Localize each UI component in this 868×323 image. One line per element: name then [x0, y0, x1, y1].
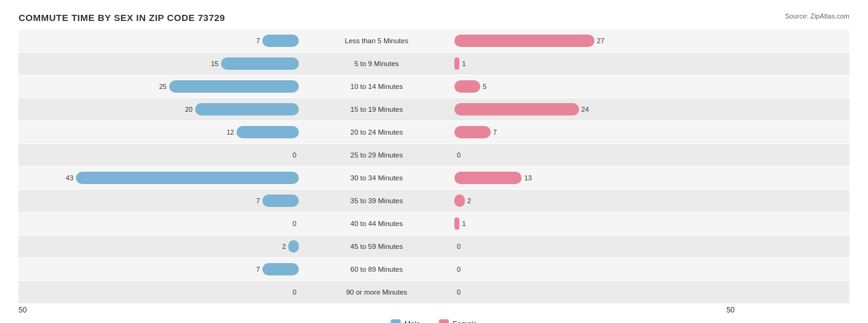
chart-row: 040 to 44 Minutes1 [19, 212, 849, 235]
left-bar-area: 2 [19, 240, 303, 253]
left-bar-area: 43 [19, 172, 303, 184]
right-bar-area: 13 [451, 172, 735, 184]
row-label: 90 or more Minutes [303, 288, 451, 296]
female-value: 0 [457, 288, 470, 296]
axis-right: 50 [451, 306, 735, 314]
male-bar [262, 35, 299, 47]
right-bar-area: 0 [451, 149, 735, 161]
female-value: 2 [467, 197, 481, 204]
female-bar [454, 57, 459, 70]
axis-left-value: 50 [19, 306, 27, 314]
chart-row: 735 to 39 Minutes2 [19, 190, 849, 212]
female-value: 13 [524, 174, 538, 182]
legend-female-label: Female [453, 320, 477, 323]
chart-row: 245 to 59 Minutes0 [19, 235, 849, 258]
male-bar [288, 240, 299, 253]
row-label: 5 to 9 Minutes [303, 60, 451, 67]
chart-row: 760 to 89 Minutes0 [19, 258, 849, 280]
chart-row: 025 to 29 Minutes0 [19, 144, 849, 166]
left-bar-area: 15 [19, 57, 303, 70]
female-value: 0 [457, 266, 470, 273]
male-bar [236, 126, 299, 138]
female-bar [454, 126, 491, 138]
axis-row: 50 50 [19, 306, 849, 314]
female-value: 1 [462, 220, 475, 227]
row-label: 30 to 34 Minutes [303, 174, 451, 182]
left-bar-area: 7 [19, 195, 303, 207]
legend-female: Female [439, 319, 477, 323]
chart-row: 090 or more Minutes0 [19, 281, 849, 303]
female-value: 24 [582, 106, 595, 113]
right-bar-area: 24 [451, 103, 735, 115]
male-bar [76, 172, 299, 184]
left-bar-area: 7 [19, 35, 303, 47]
right-bar-area: 0 [451, 286, 735, 298]
row-label: 20 to 24 Minutes [303, 128, 451, 136]
chart-row: 2510 to 14 Minutes5 [19, 75, 849, 98]
axis-right-value: 50 [727, 306, 735, 314]
chart-row: 155 to 9 Minutes1 [19, 52, 849, 75]
female-value: 0 [457, 151, 470, 159]
left-bar-area: 0 [19, 217, 303, 230]
axis-left: 50 [19, 306, 303, 314]
chart-container: 7Less than 5 Minutes27155 to 9 Minutes12… [19, 30, 849, 303]
left-bar-area: 25 [19, 80, 303, 93]
female-bar [454, 35, 595, 47]
source-label: Source: ZipAtlas.com [785, 12, 849, 20]
right-bar-area: 2 [451, 195, 735, 207]
male-bar [169, 80, 299, 93]
male-value: 20 [179, 106, 193, 113]
male-bar [195, 103, 299, 115]
row-label: 40 to 44 Minutes [303, 220, 451, 227]
chart-title: COMMUTE TIME BY SEX IN ZIP CODE 73729 [19, 12, 225, 23]
header-row: COMMUTE TIME BY SEX IN ZIP CODE 73729 So… [19, 12, 849, 26]
chart-wrapper: COMMUTE TIME BY SEX IN ZIP CODE 73729 So… [19, 12, 849, 323]
male-value: 0 [283, 288, 296, 296]
male-value: 43 [60, 174, 73, 182]
right-bar-area: 7 [451, 126, 735, 138]
male-value: 15 [205, 60, 219, 67]
female-bar [454, 80, 480, 93]
right-bar-area: 27 [451, 35, 735, 47]
male-value: 0 [283, 151, 296, 159]
legend-male: Male [391, 319, 420, 323]
legend: Male Female [19, 319, 849, 323]
row-label: 15 to 19 Minutes [303, 106, 451, 113]
male-value: 25 [153, 83, 167, 90]
female-bar [454, 172, 522, 184]
male-bar [221, 57, 299, 70]
row-label: 35 to 39 Minutes [303, 197, 451, 204]
right-bar-area: 0 [451, 240, 735, 253]
chart-row: 7Less than 5 Minutes27 [19, 30, 849, 52]
right-bar-area: 0 [451, 263, 735, 275]
female-bar [454, 217, 459, 230]
left-bar-area: 7 [19, 263, 303, 275]
right-bar-area: 5 [451, 80, 735, 93]
female-value: 7 [493, 128, 507, 136]
female-value: 0 [457, 243, 470, 250]
female-value: 1 [462, 60, 475, 67]
female-value: 5 [483, 83, 496, 90]
male-value: 7 [246, 37, 260, 44]
female-value: 27 [597, 37, 611, 44]
row-label: 45 to 59 Minutes [303, 243, 451, 250]
left-bar-area: 20 [19, 103, 303, 115]
legend-male-label: Male [404, 320, 420, 323]
legend-male-box [391, 319, 401, 323]
male-value: 7 [246, 266, 260, 273]
left-bar-area: 12 [19, 126, 303, 138]
row-label: 25 to 29 Minutes [303, 151, 451, 159]
male-value: 0 [283, 220, 296, 227]
row-label: Less than 5 Minutes [303, 37, 451, 44]
legend-female-box [439, 319, 449, 323]
male-value: 2 [272, 243, 286, 250]
row-label: 10 to 14 Minutes [303, 83, 451, 90]
right-bar-area: 1 [451, 57, 735, 70]
right-bar-area: 1 [451, 217, 735, 230]
female-bar [454, 195, 465, 207]
male-value: 7 [246, 197, 260, 204]
chart-row: 1220 to 24 Minutes7 [19, 121, 849, 143]
male-bar [262, 195, 299, 207]
chart-row: 2015 to 19 Minutes24 [19, 98, 849, 120]
chart-row: 4330 to 34 Minutes13 [19, 167, 849, 189]
